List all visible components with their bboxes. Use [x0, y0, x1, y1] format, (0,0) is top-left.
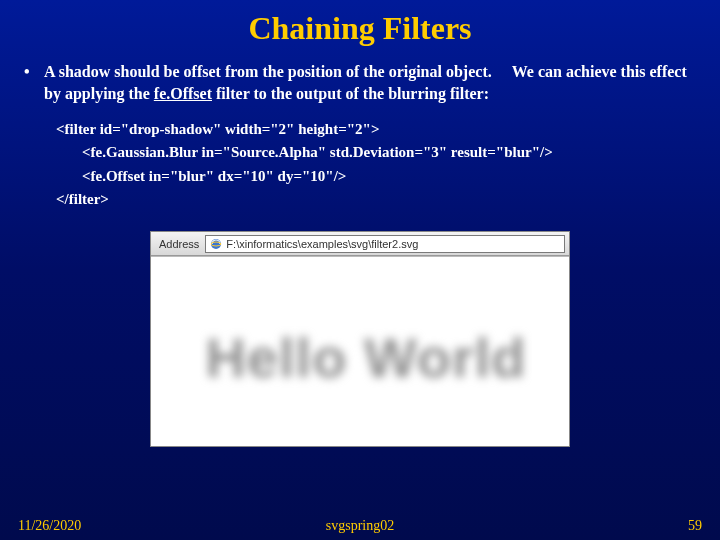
footer-date: 11/26/2020: [18, 518, 81, 534]
address-label: Address: [151, 238, 205, 250]
blurred-example-text: Hello World: [205, 325, 526, 390]
slide-title: Chaining Filters: [0, 0, 720, 47]
slide-footer: 11/26/2020 svgspring02 59: [0, 518, 720, 534]
footer-page: 59: [688, 518, 702, 534]
example-figure: Address F:\xinformatics\examples\svg\fil…: [150, 231, 570, 447]
code-line-3: <fe.Offset in="blur" dx="10" dy="10"/>: [56, 165, 700, 188]
footer-center: svgspring02: [326, 518, 394, 534]
address-field: F:\xinformatics\examples\svg\filter2.svg: [205, 235, 565, 253]
code-block: <filter id="drop-shadow" width="2" heigh…: [20, 104, 700, 211]
render-canvas: Hello World: [151, 256, 569, 446]
bullet-item: • A shadow should be offset from the pos…: [20, 61, 700, 104]
code-line-4: </filter>: [56, 188, 700, 211]
browser-address-bar: Address F:\xinformatics\examples\svg\fil…: [151, 232, 569, 256]
bullet-text: A shadow should be offset from the posit…: [44, 61, 700, 104]
slide-body: • A shadow should be offset from the pos…: [0, 47, 720, 447]
code-line-1: <filter id="drop-shadow" width="2" heigh…: [56, 118, 700, 141]
code-line-2: <fe.Gaussian.Blur in="Source.Alpha" std.…: [56, 141, 700, 164]
address-path: F:\xinformatics\examples\svg\filter2.svg: [226, 238, 418, 250]
bullet-part1: A shadow should be offset from the posit…: [44, 63, 492, 80]
bullet-underlined: fe.Offset: [154, 85, 212, 102]
ie-icon: [210, 238, 222, 250]
bullet-part3: filter to the output of the blurring fil…: [212, 85, 489, 102]
bullet-marker: •: [20, 61, 44, 104]
